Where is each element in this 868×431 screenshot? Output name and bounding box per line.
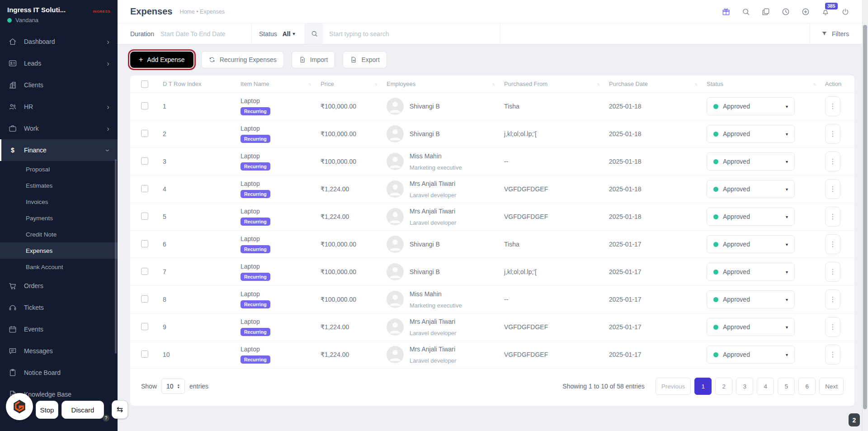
swap-arrows-icon: ⇆: [117, 405, 123, 414]
status-dropdown[interactable]: Approved ▾: [707, 346, 795, 364]
recurring-expenses-button[interactable]: Recurring Expenses: [201, 51, 284, 68]
notification-icon[interactable]: 385: [821, 7, 830, 16]
add-circle-icon[interactable]: [801, 7, 810, 16]
row-checkbox[interactable]: [141, 295, 148, 303]
sidebar-item-tickets[interactable]: Tickets: [0, 297, 118, 318]
page-size-select[interactable]: 10 ▲▼: [161, 379, 185, 394]
sidebar-item-work[interactable]: Work›: [0, 118, 118, 139]
extension-logo[interactable]: [6, 393, 33, 420]
sidebar-item-messages[interactable]: Messages: [0, 340, 118, 362]
row-checkbox[interactable]: [141, 157, 148, 165]
column-header-employees[interactable]: Employees↑↓: [387, 81, 504, 87]
row-actions-kebab-icon[interactable]: ⋮: [825, 345, 840, 365]
status-dropdown[interactable]: Approved ▾: [707, 208, 795, 226]
row-actions-kebab-icon[interactable]: ⋮: [825, 96, 840, 116]
sidebar-subitem-estimates[interactable]: Estimates: [0, 177, 118, 194]
pagination-page-1[interactable]: 1: [694, 378, 712, 395]
sidebar-item-notice-board[interactable]: Notice Board: [0, 362, 118, 384]
status-dropdown[interactable]: Approved ▾: [707, 263, 795, 281]
discard-button[interactable]: Discard: [61, 401, 104, 419]
filters-button[interactable]: Filters: [810, 24, 868, 44]
duration-input[interactable]: [160, 30, 243, 38]
swap-button[interactable]: ⇆: [112, 400, 128, 419]
gift-icon[interactable]: [722, 7, 731, 16]
history-icon[interactable]: [781, 7, 790, 16]
sidebar: Ingress IT Soluti... Vandana INGRESS Das…: [0, 0, 118, 431]
status-filter-dropdown[interactable]: All ▾: [283, 30, 295, 38]
select-all-checkbox[interactable]: [141, 81, 148, 88]
sidebar-subitem-expenses[interactable]: Expenses: [0, 242, 118, 259]
sidebar-item-dashboard[interactable]: Dashboard›: [0, 31, 118, 52]
column-header-purchased-from[interactable]: Purchased From↑↓: [504, 81, 609, 87]
price-cell: ₹100,000.00: [321, 158, 387, 165]
sidebar-subitem-proposal[interactable]: Proposal: [0, 161, 118, 177]
avatar: [387, 125, 404, 142]
pagination-page-2[interactable]: 2: [715, 378, 732, 395]
help-icon[interactable]: ?: [103, 415, 109, 422]
sidebar-item-label: Messages: [24, 347, 109, 355]
employee-name: Shivangi B: [410, 130, 440, 137]
purchased-from-cell: j,kl;ol;ol.lp;'[: [504, 268, 609, 275]
row-actions-kebab-icon[interactable]: ⋮: [825, 179, 840, 199]
sidebar-item-orders[interactable]: Orders: [0, 275, 118, 297]
row-actions-kebab-icon[interactable]: ⋮: [825, 207, 840, 227]
sidebar-item-leads[interactable]: Leads›: [0, 52, 118, 74]
sidebar-subitem-bank-account[interactable]: Bank Account: [0, 259, 118, 275]
row-actions-kebab-icon[interactable]: ⋮: [825, 124, 840, 144]
pagination-page-3[interactable]: 3: [736, 378, 753, 395]
row-actions-kebab-icon[interactable]: ⋮: [825, 234, 840, 254]
sidebar-item-label: Work: [24, 125, 100, 132]
import-button[interactable]: Import: [292, 51, 335, 68]
status-dropdown[interactable]: Approved ▾: [707, 180, 795, 198]
row-checkbox[interactable]: [141, 130, 148, 137]
scrollbar-thumb[interactable]: [863, 25, 867, 409]
status-dropdown[interactable]: Approved ▾: [707, 97, 795, 115]
row-checkbox[interactable]: [141, 350, 148, 358]
page-size-stepper-icon: ▲▼: [177, 384, 180, 389]
row-actions-kebab-icon[interactable]: ⋮: [825, 152, 840, 171]
sidebar-item-events[interactable]: Events: [0, 318, 118, 340]
row-checkbox[interactable]: [141, 240, 148, 247]
row-checkbox[interactable]: [141, 102, 148, 109]
pagination-page-4[interactable]: 4: [757, 378, 774, 395]
stop-button[interactable]: Stop: [36, 401, 58, 419]
status-dropdown[interactable]: Approved ▾: [707, 152, 795, 171]
row-checkbox[interactable]: [141, 268, 148, 275]
row-checkbox[interactable]: [141, 213, 148, 220]
power-icon[interactable]: [841, 7, 850, 16]
pagination-next[interactable]: Next: [819, 378, 844, 395]
status-dropdown[interactable]: Approved ▾: [707, 125, 795, 143]
column-header-purchase-date[interactable]: Purchase Date↑↓: [609, 81, 707, 87]
sidebar-subitem-invoices[interactable]: Invoices: [0, 194, 118, 210]
search-input[interactable]: [329, 30, 500, 38]
sidebar-item-clients[interactable]: Clients: [0, 74, 118, 96]
price-cell: ₹100,000.00: [321, 241, 387, 248]
row-actions-kebab-icon[interactable]: ⋮: [825, 317, 840, 337]
column-header-status[interactable]: Status↑↓: [707, 81, 825, 87]
pagination-page-6[interactable]: 6: [798, 378, 816, 395]
status-dropdown[interactable]: Approved ▾: [707, 290, 795, 308]
sidebar-subitem-credit-note[interactable]: Credit Note: [0, 226, 118, 242]
hr-icon: [8, 102, 17, 111]
row-checkbox[interactable]: [141, 323, 148, 330]
column-header-price[interactable]: Price↑↓: [321, 81, 387, 87]
purchased-from-cell: VGFDGFDGEF: [504, 351, 609, 358]
sidebar-scrollbar[interactable]: [115, 159, 117, 354]
pagination-page-5[interactable]: 5: [778, 378, 795, 395]
search-icon[interactable]: [741, 7, 750, 16]
status-dropdown[interactable]: Approved ▾: [707, 318, 795, 336]
row-actions-kebab-icon[interactable]: ⋮: [825, 262, 840, 282]
sidebar-item-finance[interactable]: $Finance›: [0, 139, 118, 161]
notes-icon[interactable]: [761, 7, 770, 16]
row-actions-kebab-icon[interactable]: ⋮: [825, 289, 840, 309]
table-row: 8 Laptop Recurring ₹100,000.00 Miss Mahi…: [130, 286, 854, 313]
sidebar-item-hr[interactable]: HR›: [0, 96, 118, 118]
pagination-previous[interactable]: Previous: [656, 378, 691, 395]
export-button[interactable]: Export: [343, 51, 387, 68]
row-checkbox[interactable]: [141, 185, 148, 192]
status-dropdown[interactable]: Approved ▾: [707, 235, 795, 253]
sidebar-subitem-payments[interactable]: Payments: [0, 210, 118, 226]
page-scrollbar[interactable]: [862, 0, 868, 431]
add-expense-button[interactable]: + Add Expense: [130, 52, 193, 68]
column-header-item-name[interactable]: Item Name↑↓: [241, 81, 321, 87]
